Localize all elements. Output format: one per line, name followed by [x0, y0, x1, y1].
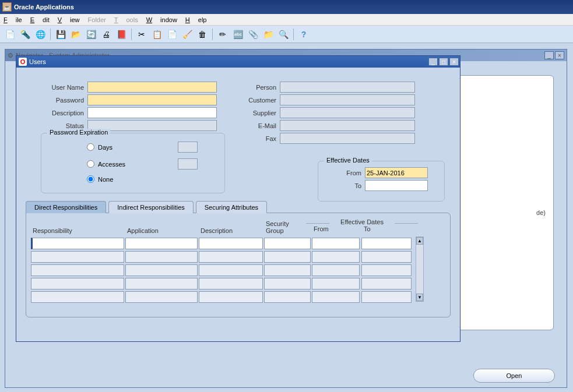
app-title: Oracle Applications: [14, 3, 74, 10]
table-row[interactable]: [31, 291, 412, 303]
fax-input[interactable]: [280, 133, 415, 144]
menu-view[interactable]: View: [58, 16, 80, 23]
tab-indirect-responsibilities[interactable]: Indirect Responsibilities: [108, 201, 194, 213]
person-label: Person: [227, 84, 280, 91]
java-icon: ☕: [2, 2, 12, 12]
attach-icon[interactable]: 📎: [247, 28, 259, 41]
effective-dates-group: Effective Dates From To: [318, 161, 445, 202]
workspace: ⚙ Navigator - System Administrator _ × d…: [0, 43, 573, 392]
to-label: To: [321, 182, 365, 189]
col-application: Application: [125, 218, 198, 236]
toolbar-separator: [293, 29, 294, 40]
users-titlebar[interactable]: O Users _ □ ×: [16, 56, 460, 68]
status-label: Status: [26, 122, 87, 129]
days-label: Days: [98, 144, 113, 151]
new-icon[interactable]: 📄: [3, 28, 16, 41]
menu-file[interactable]: File: [3, 16, 22, 23]
find-icon[interactable]: 🔦: [19, 28, 31, 41]
accesses-radio[interactable]: [87, 160, 94, 168]
paste-icon[interactable]: 📄: [166, 28, 178, 41]
email-input[interactable]: [280, 120, 415, 131]
help-icon[interactable]: ?: [297, 28, 310, 41]
fax-label: Fax: [227, 135, 280, 142]
navigator-icon-small: ⚙: [8, 52, 13, 59]
col-security-group: Security Group: [264, 218, 311, 236]
print-icon[interactable]: 🖨: [100, 28, 113, 41]
password-expiration-group: Password Expiration Days Accesses: [41, 133, 225, 193]
table-row[interactable]: [31, 251, 412, 263]
col-responsibility: Responsibility: [31, 218, 124, 236]
tabs: Direct Responsibilities Indirect Respons…: [26, 200, 451, 213]
users-title: Users: [29, 58, 46, 65]
menu-window[interactable]: Window: [146, 16, 177, 23]
switch-icon[interactable]: 🔄: [85, 28, 97, 41]
col-description: Description: [199, 218, 263, 236]
menu-tools[interactable]: Tools: [114, 16, 138, 23]
close-button[interactable]: ×: [449, 58, 459, 66]
folder-tools-icon[interactable]: 📁: [262, 28, 275, 41]
table-row[interactable]: [31, 238, 412, 249]
zoom-icon[interactable]: 🔍: [277, 28, 290, 41]
password-expiration-legend: Password Expiration: [47, 129, 110, 136]
users-window: O Users _ □ × User Name Password: [16, 55, 460, 342]
menu-edit[interactable]: Edit: [30, 16, 50, 23]
step-icon[interactable]: 📂: [69, 28, 82, 41]
users-form: User Name Password Description Status: [16, 68, 460, 323]
accesses-label: Accesses: [98, 161, 125, 168]
minimize-button[interactable]: _: [428, 58, 438, 66]
from-date-input[interactable]: [365, 167, 428, 178]
menubar: File Edit View Folder Tools Window Help: [0, 14, 573, 26]
person-input[interactable]: [280, 82, 415, 93]
toolbar-separator: [50, 29, 51, 40]
copy-icon[interactable]: 📋: [150, 28, 163, 41]
oracle-icon: O: [19, 58, 27, 66]
cut-icon[interactable]: ✂: [135, 28, 148, 41]
none-radio[interactable]: [87, 175, 94, 183]
days-value-input[interactable]: [178, 142, 198, 153]
customer-label: Customer: [227, 97, 280, 104]
password-input[interactable]: [87, 94, 217, 105]
open-button[interactable]: Open: [473, 369, 555, 383]
responsibilities-grid: Responsibility Application Description S…: [30, 217, 413, 305]
clear-record-icon[interactable]: 🧹: [181, 28, 194, 41]
toolbar: 📄 🔦 🌐 💾 📂 🔄 🖨 📕 ✂ 📋 📄 🧹 🗑 ✏ 🔤 📎 📁 🔍 ?: [0, 26, 573, 43]
direct-responsibilities-panel: Responsibility Application Description S…: [26, 213, 451, 317]
text-fragment: de): [536, 209, 546, 216]
user-name-label: User Name: [26, 84, 87, 91]
close-button[interactable]: ×: [555, 51, 564, 59]
menu-help[interactable]: Help: [185, 16, 207, 23]
email-label: E-Mail: [227, 122, 280, 129]
edit-icon[interactable]: ✏: [216, 28, 229, 41]
minimize-button[interactable]: _: [544, 51, 554, 59]
translate-icon[interactable]: 🔤: [231, 28, 244, 41]
supplier-input[interactable]: [280, 107, 415, 118]
customer-input[interactable]: [280, 94, 415, 105]
close-form-icon[interactable]: 📕: [115, 28, 128, 41]
description-label: Description: [26, 110, 87, 116]
table-row[interactable]: [31, 264, 412, 276]
tab-direct-responsibilities[interactable]: Direct Responsibilities: [26, 201, 106, 213]
toolbar-separator: [212, 29, 213, 40]
col-effective-dates-group: Effective Dates From To: [312, 218, 412, 236]
password-label: Password: [26, 97, 87, 104]
app-titlebar: ☕ Oracle Applications: [0, 0, 573, 14]
scroll-up-icon[interactable]: ▲: [416, 237, 423, 245]
supplier-label: Supplier: [227, 110, 280, 116]
description-input[interactable]: [87, 107, 217, 118]
tab-securing-attributes[interactable]: Securing Attributes: [196, 201, 267, 213]
table-row[interactable]: [31, 278, 412, 289]
effective-dates-legend: Effective Dates: [324, 157, 372, 164]
none-label: None: [98, 176, 113, 183]
save-icon[interactable]: 💾: [54, 28, 67, 41]
toolbar-separator: [131, 29, 132, 40]
to-date-input[interactable]: [365, 180, 428, 191]
menu-folder[interactable]: Folder: [88, 16, 106, 23]
days-radio[interactable]: [87, 143, 94, 151]
grid-scrollbar[interactable]: ▲ ▼: [416, 236, 424, 302]
accesses-value-input[interactable]: [178, 158, 198, 169]
user-name-input[interactable]: [87, 82, 217, 93]
maximize-button[interactable]: □: [439, 58, 448, 66]
navigator-icon[interactable]: 🌐: [34, 28, 47, 41]
delete-record-icon[interactable]: 🗑: [196, 28, 209, 41]
scroll-down-icon[interactable]: ▼: [416, 294, 423, 301]
